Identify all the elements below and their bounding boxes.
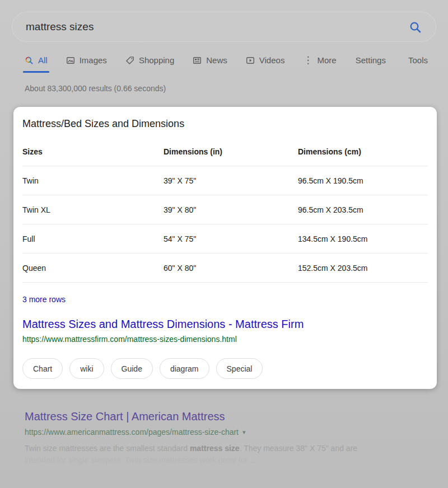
tab-news-label: News [206,55,227,65]
chip-diagram[interactable]: diagram [160,358,209,379]
play-video-icon [246,56,255,65]
tab-settings[interactable]: Settings [356,55,386,73]
search-query-text[interactable]: mattress sizes [26,21,94,33]
table-row: Twin XL 39" X 80" 96.5cm X 203.5cm [22,195,428,224]
newspaper-icon [193,56,202,65]
cell-dim-in: 39" X 80" [164,205,298,214]
tab-shopping-label: Shopping [139,55,174,65]
table-row: Queen 60" X 80" 152.5cm X 203.5cm [22,254,428,283]
chip-special[interactable]: Special [216,358,263,379]
snippet-source-title-link[interactable]: Mattress Sizes and Mattress Dimensions -… [22,318,428,331]
colorful-search-icon [25,56,34,65]
tab-more-label: More [317,55,336,65]
tab-more[interactable]: ⋮ More [303,55,336,73]
cell-dim-in: 54" X 75" [164,234,298,243]
organic-result-title-link[interactable]: Mattress Size Chart | American Mattress [25,410,423,423]
chip-wiki[interactable]: wiki [69,358,104,379]
organic-result-url: https://www.americanmattress.com/pages/m… [25,428,239,437]
search-tabs: All Images Shopping News [25,55,428,73]
tab-tools-label: Tools [408,55,428,65]
col-header-sizes: Sizes [22,147,164,156]
table-header-row: Sizes Dimensions (in) Dimensions (cm) [22,138,428,166]
price-tag-icon [125,56,134,65]
cell-size: Twin [22,176,164,185]
search-icon[interactable] [409,21,422,36]
cell-dim-cm: 96.5cm X 190.5cm [298,176,428,185]
organic-result-snippet: Twin size mattresses are the smallest st… [25,443,423,466]
active-tab-underline [23,71,49,73]
vertical-dots-icon: ⋮ [303,57,312,64]
tab-images[interactable]: Images [66,55,107,73]
snippet-title: Mattress/Bed Sizes and Dimensions [22,118,428,130]
bottom-fade-overlay [0,469,448,488]
tab-all-label: All [38,55,48,65]
chip-guide[interactable]: Guide [111,358,153,379]
cell-size: Twin XL [22,205,164,214]
col-header-dimensions-in: Dimensions (in) [164,147,298,156]
cell-dim-cm: 134.5cm X 190.5cm [298,234,428,243]
cell-dim-cm: 152.5cm X 203.5cm [298,264,428,273]
tab-shopping[interactable]: Shopping [125,55,174,73]
results-stats: About 83,300,000 results (0.66 seconds) [25,84,448,93]
tab-news[interactable]: News [193,55,227,73]
cell-dim-cm: 96.5cm X 203.5cm [298,205,428,214]
snippet-text: . They measure 38" X 75" and are [240,444,357,453]
snippet-source-url: https://www.mattressfirm.com/mattress-si… [22,335,428,344]
organic-result-url-row: https://www.americanmattress.com/pages/m… [25,428,423,437]
image-icon [66,56,75,65]
tab-videos[interactable]: Videos [246,55,285,73]
snippet-text: Twin size mattresses are the smallest st… [25,444,190,453]
tab-all[interactable]: All [25,55,48,73]
tab-videos-label: Videos [259,55,285,65]
table-row: Twin 39" X 75" 96.5cm X 190.5cm [22,166,428,195]
cell-size: Full [22,234,164,243]
snippet-text-faded: intended for single sleepers. Twin size … [25,456,256,464]
cell-dim-in: 39" X 75" [164,176,298,185]
tab-tools[interactable]: Tools [408,55,428,73]
chip-chart[interactable]: Chart [22,358,63,379]
cell-size: Queen [22,264,164,273]
more-rows-link[interactable]: 3 more rows [22,295,66,304]
tab-settings-label: Settings [356,55,386,65]
table-row: Full 54" X 75" 134.5cm X 190.5cm [22,224,428,254]
col-header-dimensions-cm: Dimensions (cm) [298,147,428,156]
chevron-down-icon[interactable]: ▾ [242,429,246,436]
featured-snippet-card: Mattress/Bed Sizes and Dimensions Sizes … [13,107,437,389]
related-chips: Chart wiki Guide diagram Special [22,358,428,380]
sizes-table: Sizes Dimensions (in) Dimensions (cm) Tw… [22,138,428,283]
search-input[interactable]: mattress sizes [12,12,436,42]
snippet-bold-text: mattress size [190,444,240,453]
cell-dim-in: 60" X 80" [164,264,298,273]
organic-result: Mattress Size Chart | American Mattress … [25,410,423,466]
tab-images-label: Images [80,55,107,65]
